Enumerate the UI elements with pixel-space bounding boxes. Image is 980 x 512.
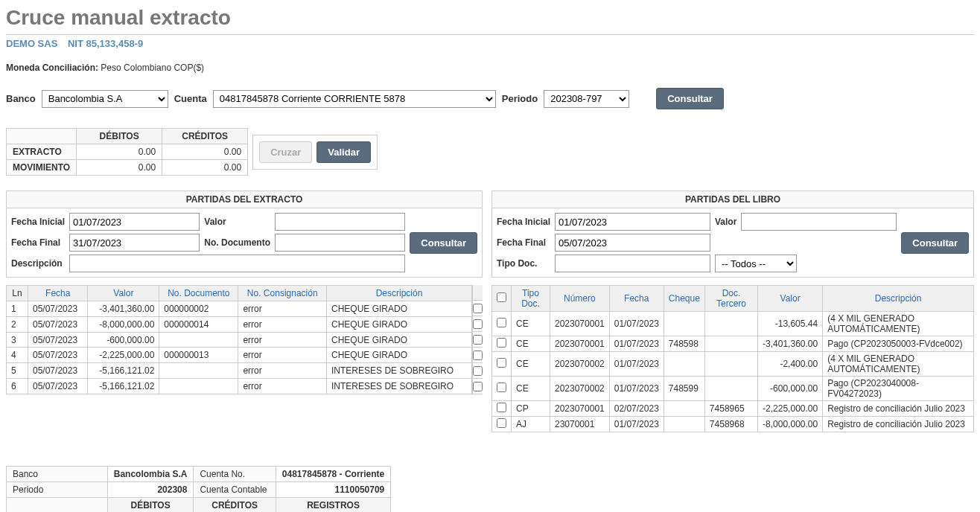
table-row: 1 05/07/2023 -3,401,360.00 000000002 err… bbox=[7, 301, 472, 317]
movimiento-credito: 0.00 bbox=[162, 160, 248, 176]
banco-select[interactable]: Bancolombia S.A bbox=[42, 90, 168, 108]
lib-row-checkbox[interactable] bbox=[497, 338, 506, 348]
lib-fecha-fin-label: Fecha Final bbox=[497, 237, 550, 248]
ext-fecha-ini-label: Fecha Inicial bbox=[11, 217, 65, 227]
nit-value: 85,133,458-9 bbox=[86, 38, 144, 49]
ext-fecha-fin-input[interactable] bbox=[69, 234, 200, 252]
company-name: DEMO SAS bbox=[6, 38, 57, 49]
consultar-main-button[interactable]: Consultar bbox=[656, 88, 724, 109]
ext-col-fecha[interactable]: Fecha bbox=[28, 286, 88, 301]
ext-row-checkbox[interactable] bbox=[473, 304, 483, 313]
ext-fecha-fin-label: Fecha Final bbox=[11, 237, 65, 248]
libro-table: Tipo Doc. Número Fecha Cheque Doc. Terce… bbox=[491, 285, 974, 432]
extracto-debito: 0.00 bbox=[77, 144, 162, 160]
currency-value: Peso Colombiano COP($) bbox=[101, 63, 204, 73]
ext-col-ln: Ln bbox=[7, 286, 28, 301]
f-periodo-v: 202308 bbox=[107, 482, 194, 498]
lib-check-all[interactable] bbox=[492, 286, 512, 312]
ext-fecha-ini-input[interactable] bbox=[69, 213, 200, 231]
summary-row-extracto: EXTRACTO bbox=[7, 144, 77, 160]
f-h-reg: REGISTROS bbox=[276, 498, 390, 513]
libro-panel-title: PARTIDAS DEL LIBRO bbox=[492, 191, 973, 208]
ext-desc-input[interactable] bbox=[69, 255, 405, 272]
ext-desc-label: Descripción bbox=[11, 258, 65, 269]
f-h-cre: CRÉDITOS bbox=[194, 498, 276, 513]
ext-row-checkbox[interactable] bbox=[473, 335, 483, 345]
validar-button[interactable]: Validar bbox=[316, 141, 371, 163]
ext-col-valor[interactable]: Valor bbox=[88, 286, 159, 301]
lib-row-checkbox[interactable] bbox=[497, 383, 506, 392]
summary-header-debitos: DÉBITOS bbox=[77, 129, 162, 144]
table-row: CE 2023070001 01/07/2023 748598 -3,401,3… bbox=[492, 336, 974, 352]
summary-table: DÉBITOS CRÉDITOS EXTRACTO 0.00 0.00 MOVI… bbox=[6, 128, 248, 176]
summary-header-creditos: CRÉDITOS bbox=[162, 129, 248, 144]
ext-row-checkbox[interactable] bbox=[473, 366, 483, 376]
lib-row-checkbox[interactable] bbox=[497, 318, 506, 327]
cruzar-button[interactable]: Cruzar bbox=[259, 141, 312, 163]
movimiento-debito: 0.00 bbox=[77, 160, 162, 176]
table-row: 2 05/07/2023 -8,000,000.00 000000014 err… bbox=[7, 316, 472, 332]
lib-col-cheque[interactable]: Cheque bbox=[664, 286, 704, 312]
ext-nodoc-label: No. Documento bbox=[204, 237, 270, 248]
ext-valor-input[interactable] bbox=[275, 213, 405, 231]
page-title: Cruce manual extracto bbox=[6, 6, 974, 30]
lib-row-checkbox[interactable] bbox=[497, 358, 506, 368]
table-row: AJ 23070001 01/07/2023 7458968 -8,000,00… bbox=[492, 417, 974, 432]
lib-col-fecha[interactable]: Fecha bbox=[609, 286, 664, 312]
f-cuentano-v: 04817845878 - Corriente bbox=[276, 467, 390, 482]
extracto-table: Ln Fecha Valor No. Documento No. Consign… bbox=[6, 285, 472, 394]
periodo-label: Periodo bbox=[502, 93, 538, 104]
ext-nodoc-input[interactable] bbox=[275, 234, 405, 252]
lib-col-valor[interactable]: Valor bbox=[758, 286, 823, 312]
lib-valor-input[interactable] bbox=[741, 213, 897, 231]
lib-tipo-label: Tipo Doc. bbox=[497, 258, 550, 269]
lib-col-desc[interactable]: Descripción bbox=[823, 286, 974, 312]
ext-col-desc[interactable]: Descripción bbox=[327, 286, 472, 301]
company-info: DEMO SAS NIT 85,133,458-9 bbox=[6, 34, 974, 49]
f-h-deb: DÉBITOS bbox=[107, 498, 194, 513]
f-contable-l: Cuenta Contable bbox=[194, 482, 276, 498]
lib-fecha-fin-input[interactable] bbox=[555, 234, 710, 252]
action-box: Cruzar Validar bbox=[252, 135, 378, 170]
table-row: 6 05/07/2023 -5,166,121.02 error INTERES… bbox=[7, 379, 472, 394]
table-row: 3 05/07/2023 -600,000.00 error CHEQUE GI… bbox=[7, 332, 472, 348]
nit-label: NIT bbox=[68, 38, 83, 49]
ext-col-nocons[interactable]: No. Consignación bbox=[238, 286, 327, 301]
currency-label: Moneda Conciliación: bbox=[6, 63, 98, 73]
lib-fecha-ini-input[interactable] bbox=[555, 213, 710, 231]
ext-valor-label: Valor bbox=[204, 217, 270, 227]
cuenta-select[interactable]: 04817845878 Corriente CORRIENTE 5878 bbox=[213, 90, 496, 108]
lib-row-checkbox[interactable] bbox=[497, 418, 506, 428]
table-row: CE 2023070002 01/07/2023 -2,400.00 (4 X … bbox=[492, 352, 974, 377]
lib-col-tercero[interactable]: Doc. Tercero bbox=[704, 286, 757, 312]
main-filter-row: Banco Bancolombia S.A Cuenta 04817845878… bbox=[6, 88, 974, 109]
lib-todos-select[interactable]: -- Todos -- bbox=[715, 255, 797, 272]
periodo-select[interactable]: 202308-797 bbox=[544, 90, 629, 108]
ext-row-checkbox[interactable] bbox=[473, 319, 483, 329]
extracto-panel-title: PARTIDAS DEL EXTRACTO bbox=[7, 191, 482, 208]
cuenta-label: Cuenta bbox=[174, 93, 207, 104]
lib-col-num[interactable]: Número bbox=[550, 286, 610, 312]
lib-tipo-input[interactable] bbox=[555, 255, 710, 272]
extracto-panel: PARTIDAS DEL EXTRACTO Fecha Inicial Valo… bbox=[6, 191, 483, 278]
ext-col-nodoc[interactable]: No. Documento bbox=[159, 286, 238, 301]
f-banco-v: Bancolombia S.A bbox=[107, 467, 194, 482]
f-cuentano-l: Cuenta No. bbox=[194, 467, 276, 482]
lib-row-checkbox[interactable] bbox=[497, 403, 506, 412]
table-row: CE 2023070001 01/07/2023 -13,605.44 (4 X… bbox=[492, 312, 974, 336]
table-row: CE 2023070002 01/07/2023 748599 -600,000… bbox=[492, 377, 974, 401]
ext-consultar-button[interactable]: Consultar bbox=[410, 232, 477, 254]
ext-row-checkbox[interactable] bbox=[473, 382, 483, 391]
lib-consultar-button[interactable]: Consultar bbox=[901, 232, 969, 254]
currency-line: Moneda Conciliación: Peso Colombiano COP… bbox=[6, 63, 974, 73]
lib-col-tipo[interactable]: Tipo Doc. bbox=[512, 286, 550, 312]
f-periodo-l: Periodo bbox=[7, 482, 108, 498]
table-row: 5 05/07/2023 -5,166,121.02 error INTERES… bbox=[7, 363, 472, 379]
lib-check-all-box[interactable] bbox=[497, 292, 506, 302]
banco-label: Banco bbox=[6, 93, 36, 104]
summary-row-movimiento: MOVIMIENTO bbox=[7, 160, 77, 176]
f-banco-l: Banco bbox=[7, 467, 108, 482]
f-contable-v: 1110050709 bbox=[276, 482, 390, 498]
ext-row-checkbox[interactable] bbox=[473, 351, 483, 360]
lib-valor-label: Valor bbox=[715, 217, 736, 227]
